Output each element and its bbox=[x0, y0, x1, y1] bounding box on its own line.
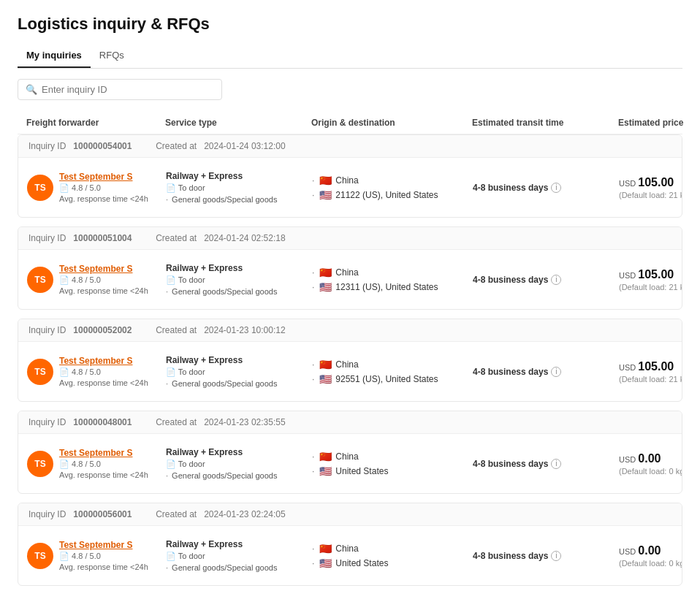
price-currency-4: USD 0.00 bbox=[619, 452, 682, 465]
transit-info-icon-2[interactable]: i bbox=[551, 275, 561, 285]
col-header-price: Estimated price bbox=[618, 118, 700, 128]
dest-flag-1: 🇺🇸 bbox=[319, 189, 332, 201]
forwarder-name-3[interactable]: Test September S bbox=[59, 356, 148, 366]
transit-info-icon-1[interactable]: i bbox=[551, 183, 561, 193]
dest-flag-2: 🇺🇸 bbox=[319, 281, 332, 293]
forwarder-rating-3: 📄 4.8 / 5.0 bbox=[59, 367, 148, 377]
service-goods-1: · General goods/Special goods bbox=[166, 195, 312, 204]
col-header-forwarder: Freight forwarder bbox=[26, 118, 165, 128]
forwarder-response-5: Avg. response time <24h bbox=[59, 563, 148, 571]
forwarder-name-2[interactable]: Test September S bbox=[59, 264, 148, 274]
price-load-1: (Default load: 21 kg) bbox=[619, 191, 682, 199]
forwarder-info-4: TS Test September S 📄 4.8 / 5.0 Avg. res… bbox=[27, 448, 166, 479]
avatar-2: TS bbox=[27, 267, 53, 293]
forwarder-rating-1: 📄 4.8 / 5.0 bbox=[59, 183, 148, 193]
origin-info-1: · 🇨🇳 China · 🇺🇸 21122 (US), United State… bbox=[312, 175, 473, 201]
price-info-2: USD 105.00 (Default load: 21 kg) bbox=[619, 268, 682, 291]
inquiry-block-1: Inquiry ID 100000054001 Created at 2024-… bbox=[18, 134, 682, 218]
inquiry-row-2: TS Test September S 📄 4.8 / 5.0 Avg. res… bbox=[18, 250, 682, 309]
transit-info-icon-4[interactable]: i bbox=[551, 459, 561, 469]
inquiry-block-3: Inquiry ID 100000052002 Created at 2024-… bbox=[18, 319, 682, 402]
forwarder-info-5: TS Test September S 📄 4.8 / 5.0 Avg. res… bbox=[27, 540, 166, 571]
service-info-1: Railway + Express 📄 To door · General go… bbox=[166, 171, 312, 204]
service-info-3: Railway + Express 📄 To door · General go… bbox=[166, 355, 312, 388]
dest-flag-5: 🇺🇸 bbox=[319, 557, 332, 569]
search-icon: 🔍 bbox=[26, 84, 37, 95]
forwarder-text-3: Test September S 📄 4.8 / 5.0 Avg. respon… bbox=[59, 356, 148, 387]
origin-info-5: · 🇨🇳 China · 🇺🇸 United States bbox=[312, 543, 473, 569]
forwarder-name-5[interactable]: Test September S bbox=[59, 540, 148, 550]
inquiry-row-4: TS Test September S 📄 4.8 / 5.0 Avg. res… bbox=[18, 434, 682, 493]
inquiry-meta-4: Inquiry ID 100000048001 Created at 2024-… bbox=[18, 411, 682, 434]
origin-row-1: · 🇨🇳 China bbox=[312, 175, 473, 186]
dest-row-4: · 🇺🇸 United States bbox=[312, 465, 473, 477]
page-title: Logistics inquiry & RFQs bbox=[18, 15, 682, 34]
col-header-transit: Estimated transit time bbox=[472, 118, 618, 128]
transit-value-5: 4-8 business days bbox=[473, 551, 548, 561]
service-goods-3: · General goods/Special goods bbox=[166, 379, 312, 388]
transit-info-icon-5[interactable]: i bbox=[551, 551, 561, 561]
transit-time-1: 4-8 business days i bbox=[473, 183, 619, 193]
origin-country-5: China bbox=[335, 544, 358, 554]
inquiry-row-1: TS Test September S 📄 4.8 / 5.0 Avg. res… bbox=[18, 158, 682, 217]
inquiry-row-5: TS Test September S 📄 4.8 / 5.0 Avg. res… bbox=[18, 526, 682, 585]
forwarder-name-4[interactable]: Test September S bbox=[59, 448, 148, 458]
service-info-5: Railway + Express 📄 To door · General go… bbox=[166, 539, 312, 572]
inquiry-row-3: TS Test September S 📄 4.8 / 5.0 Avg. res… bbox=[18, 342, 682, 401]
origin-country-1: China bbox=[335, 175, 358, 186]
service-delivery-1: 📄 To door bbox=[166, 183, 312, 193]
price-info-4: USD 0.00 (Default load: 0 kg) bbox=[619, 452, 682, 476]
origin-row-2: · 🇨🇳 China bbox=[312, 267, 473, 278]
service-type-5: Railway + Express bbox=[166, 539, 312, 549]
price-currency-1: USD 105.00 bbox=[619, 176, 682, 189]
transit-time-5: 4-8 business days i bbox=[473, 551, 619, 561]
service-type-4: Railway + Express bbox=[166, 447, 312, 457]
origin-flag-1: 🇨🇳 bbox=[319, 175, 332, 186]
service-delivery-2: 📄 To door bbox=[166, 275, 312, 285]
destination-5: United States bbox=[335, 558, 388, 568]
destination-2: 12311 (US), United States bbox=[335, 282, 438, 292]
dest-row-2: · 🇺🇸 12311 (US), United States bbox=[312, 281, 473, 293]
forwarder-info-1: TS Test September S 📄 4.8 / 5.0 Avg. res… bbox=[27, 172, 166, 203]
dest-flag-3: 🇺🇸 bbox=[319, 373, 332, 385]
destination-4: United States bbox=[335, 466, 388, 476]
inquiry-meta-2: Inquiry ID 100000051004 Created at 2024-… bbox=[18, 227, 682, 250]
forwarder-name-1[interactable]: Test September S bbox=[59, 172, 148, 182]
inquiry-block-4: Inquiry ID 100000048001 Created at 2024-… bbox=[18, 411, 682, 494]
service-goods-4: · General goods/Special goods bbox=[166, 471, 312, 480]
dest-row-1: · 🇺🇸 21122 (US), United States bbox=[312, 189, 473, 201]
forwarder-info-3: TS Test September S 📄 4.8 / 5.0 Avg. res… bbox=[27, 356, 166, 387]
tab-rfqs[interactable]: RFQs bbox=[91, 44, 133, 68]
forwarder-response-3: Avg. response time <24h bbox=[59, 378, 148, 387]
search-input[interactable] bbox=[42, 84, 214, 95]
forwarder-rating-4: 📄 4.8 / 5.0 bbox=[59, 460, 148, 469]
table-header: Freight forwarder Service type Origin & … bbox=[18, 112, 682, 134]
avatar-4: TS bbox=[27, 451, 53, 477]
origin-flag-4: 🇨🇳 bbox=[319, 451, 332, 462]
origin-info-3: · 🇨🇳 China · 🇺🇸 92551 (US), United State… bbox=[312, 359, 473, 385]
forwarder-text-2: Test September S 📄 4.8 / 5.0 Avg. respon… bbox=[59, 264, 148, 295]
created-label: Created at 2024-01-23 10:00:12 bbox=[156, 325, 285, 335]
forwarder-text-4: Test September S 📄 4.8 / 5.0 Avg. respon… bbox=[59, 448, 148, 479]
forwarder-text-1: Test September S 📄 4.8 / 5.0 Avg. respon… bbox=[59, 172, 148, 203]
transit-info-icon-3[interactable]: i bbox=[551, 367, 561, 377]
origin-row-4: · 🇨🇳 China bbox=[312, 451, 473, 462]
price-info-5: USD 0.00 (Default load: 0 kg) bbox=[619, 544, 682, 568]
price-load-2: (Default load: 21 kg) bbox=[619, 283, 682, 291]
col-header-service: Service type bbox=[165, 118, 311, 128]
service-type-1: Railway + Express bbox=[166, 171, 312, 181]
dest-flag-4: 🇺🇸 bbox=[319, 465, 332, 477]
avatar-1: TS bbox=[27, 175, 53, 201]
origin-info-4: · 🇨🇳 China · 🇺🇸 United States bbox=[312, 451, 473, 477]
transit-time-2: 4-8 business days i bbox=[473, 275, 619, 285]
transit-value-2: 4-8 business days bbox=[473, 275, 548, 285]
inquiry-meta-3: Inquiry ID 100000052002 Created at 2024-… bbox=[18, 319, 682, 342]
search-bar: 🔍 bbox=[18, 79, 222, 100]
origin-row-5: · 🇨🇳 China bbox=[312, 543, 473, 554]
inquiry-block-5: Inquiry ID 100000056001 Created at 2024-… bbox=[18, 503, 682, 586]
forwarder-response-4: Avg. response time <24h bbox=[59, 470, 148, 479]
tab-my-inquiries[interactable]: My inquiries bbox=[18, 44, 91, 68]
created-label: Created at 2024-01-23 02:35:55 bbox=[156, 417, 285, 427]
origin-country-2: China bbox=[335, 267, 358, 278]
origin-info-2: · 🇨🇳 China · 🇺🇸 12311 (US), United State… bbox=[312, 267, 473, 293]
